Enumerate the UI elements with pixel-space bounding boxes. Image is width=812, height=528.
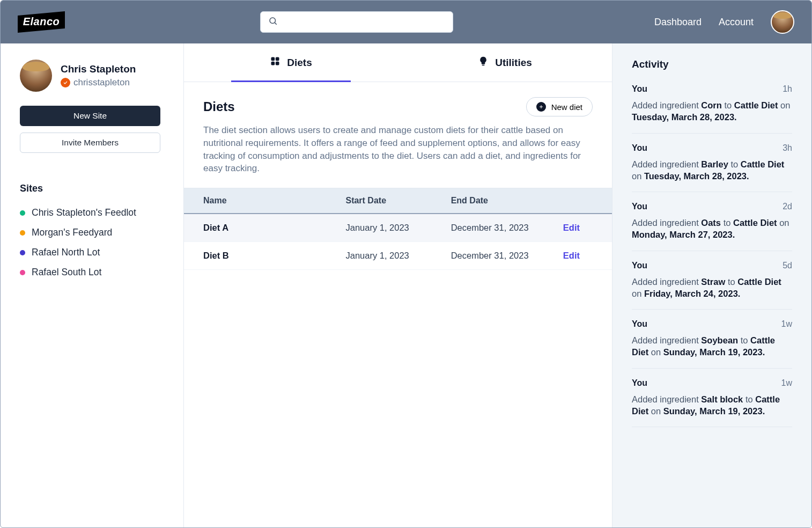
lightbulb-icon <box>478 56 489 69</box>
profile-avatar[interactable] <box>20 60 52 92</box>
nav-dashboard[interactable]: Dashboard <box>654 17 702 28</box>
table-header: Name Start Date End Date <box>184 188 612 214</box>
top-bar: Elanco Dashboard Account <box>1 1 811 43</box>
verified-badge-icon <box>61 78 70 87</box>
avatar[interactable] <box>771 10 794 34</box>
edit-button[interactable]: Edit <box>563 251 580 260</box>
cell-name: Diet A <box>203 223 329 233</box>
section-description: The diet section allows users to create … <box>203 124 589 175</box>
cell-end-date: December 31, 2023 <box>435 223 540 233</box>
edit-button[interactable]: Edit <box>563 223 580 232</box>
activity-time: 2d <box>783 202 792 211</box>
svg-point-1 <box>270 18 276 24</box>
sidebar-site-item[interactable]: Rafael South Lot <box>20 262 164 282</box>
site-color-dot <box>20 250 25 255</box>
svg-rect-5 <box>271 62 275 65</box>
search-field[interactable] <box>283 18 445 27</box>
svg-rect-4 <box>276 57 279 61</box>
col-name: Name <box>203 196 329 206</box>
site-label: Rafael South Lot <box>32 267 101 278</box>
activity-author: You <box>632 202 647 211</box>
diets-table: Name Start Date End Date Diet AJanuary 1… <box>184 188 612 270</box>
sidebar-site-item[interactable]: Chris Stapleton's Feedlot <box>20 203 164 223</box>
search-input[interactable] <box>260 11 453 33</box>
site-color-dot <box>20 230 25 236</box>
activity-time: 3h <box>783 143 792 153</box>
main-content: Diets Utilities Diets New diet The diet <box>184 43 612 527</box>
tab-diets[interactable]: Diets <box>184 43 398 82</box>
site-color-dot <box>20 210 25 216</box>
activity-author: You <box>632 319 647 329</box>
activity-time: 5d <box>783 261 792 270</box>
activity-item: You5dAdded ingredient Straw to Cattle Di… <box>632 251 792 310</box>
new-diet-label: New diet <box>551 102 582 112</box>
tab-diets-label: Diets <box>287 57 312 69</box>
new-diet-button[interactable]: New diet <box>526 97 593 116</box>
activity-time: 1h <box>783 84 792 94</box>
activity-time: 1w <box>781 319 792 329</box>
brand-logo[interactable]: Elanco <box>18 11 65 33</box>
tab-utilities-label: Utilities <box>495 57 532 69</box>
activity-author: You <box>632 143 647 153</box>
activity-item: You1wAdded ingredient Soybean to Cattle … <box>632 310 792 369</box>
activity-text: Added ingredient Oats to Cattle Diet on … <box>632 217 792 241</box>
invite-members-button[interactable]: Invite Members <box>20 133 160 153</box>
activity-heading: Activity <box>632 58 792 70</box>
site-label: Rafael North Lot <box>32 247 100 258</box>
activity-item: You2dAdded ingredient Oats to Cattle Die… <box>632 192 792 251</box>
activity-text: Added ingredient Barley to Cattle Diet o… <box>632 158 792 182</box>
nav-account[interactable]: Account <box>719 17 754 28</box>
cell-start-date: January 1, 2023 <box>329 223 434 233</box>
search-icon <box>268 16 278 28</box>
profile-handle: chrisstapleton <box>73 77 130 88</box>
activity-item: You3hAdded ingredient Barley to Cattle D… <box>632 134 792 193</box>
activity-item: You1wAdded ingredient Salt block to Catt… <box>632 369 792 428</box>
activity-author: You <box>632 84 647 94</box>
site-color-dot <box>20 270 25 275</box>
plus-circle-icon <box>536 102 546 112</box>
site-label: Morgan's Feedyard <box>32 227 112 238</box>
svg-rect-7 <box>482 65 485 66</box>
activity-panel: Activity You1hAdded ingredient Corn to C… <box>612 43 811 527</box>
svg-rect-6 <box>276 62 279 65</box>
profile-name: Chris Stapleton <box>61 63 136 75</box>
col-start-date: Start Date <box>329 196 434 206</box>
brand-name: Elanco <box>23 16 60 28</box>
activity-text: Added ingredient Salt block to Cattle Di… <box>632 393 792 417</box>
sidebar: Chris Stapleton chrisstapleton New Site … <box>1 43 184 527</box>
svg-line-2 <box>275 23 276 24</box>
activity-time: 1w <box>781 378 792 388</box>
activity-text: Added ingredient Corn to Cattle Diet on … <box>632 99 792 123</box>
tabs: Diets Utilities <box>184 43 612 82</box>
activity-text: Added ingredient Straw to Cattle Diet on… <box>632 276 792 300</box>
activity-text: Added ingredient Soybean to Cattle Diet … <box>632 334 792 358</box>
cell-name: Diet B <box>203 251 329 261</box>
sites-heading: Sites <box>20 183 164 194</box>
new-site-button[interactable]: New Site <box>20 106 160 126</box>
cell-start-date: January 1, 2023 <box>329 251 434 261</box>
page-title: Diets <box>203 99 235 114</box>
svg-rect-3 <box>271 57 275 61</box>
activity-author: You <box>632 261 647 270</box>
profile-block: Chris Stapleton chrisstapleton <box>20 60 164 92</box>
table-row: Diet AJanuary 1, 2023December 31, 2023Ed… <box>184 214 612 242</box>
activity-author: You <box>632 378 647 388</box>
col-end-date: End Date <box>435 196 540 206</box>
site-label: Chris Stapleton's Feedlot <box>32 207 136 218</box>
tab-utilities[interactable]: Utilities <box>398 43 612 82</box>
activity-item: You1hAdded ingredient Corn to Cattle Die… <box>632 80 792 134</box>
table-row: Diet BJanuary 1, 2023December 31, 2023Ed… <box>184 242 612 270</box>
sidebar-site-item[interactable]: Rafael North Lot <box>20 243 164 262</box>
grid-icon <box>270 56 280 69</box>
cell-end-date: December 31, 2023 <box>435 251 540 261</box>
sidebar-site-item[interactable]: Morgan's Feedyard <box>20 223 164 243</box>
